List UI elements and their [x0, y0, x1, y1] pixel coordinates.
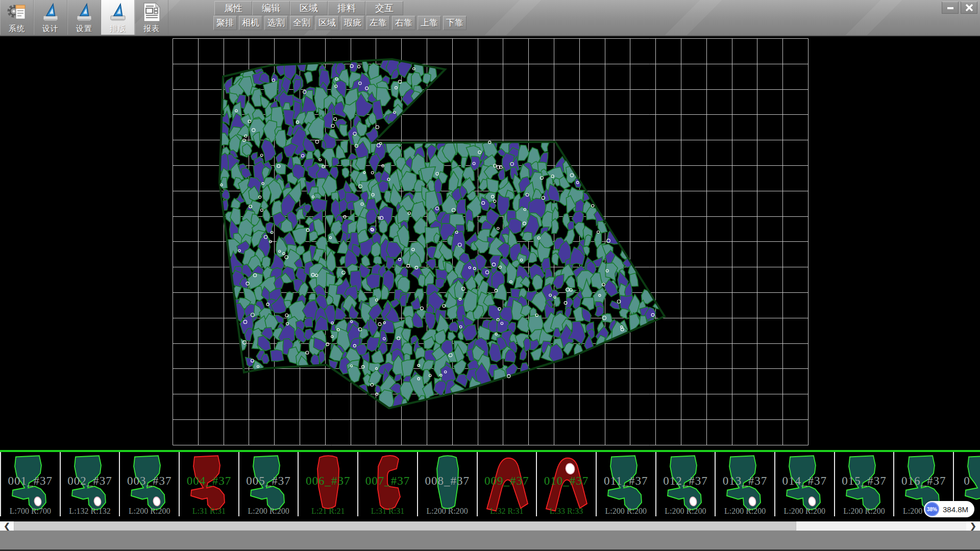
- main-button-layout[interactable]: 排版: [101, 0, 135, 35]
- piece-name: 012_#37: [656, 474, 715, 488]
- thumbnail-cell[interactable]: 015_#37 L:200 R:200: [835, 452, 895, 516]
- thumbnail-cell[interactable]: 009_#37 L:32 R:31: [478, 452, 537, 516]
- thumbnail-cell[interactable]: 004_#37 L:31 R:31: [180, 452, 239, 516]
- main-button-group: 系统 设计 设置 排版 报表: [0, 0, 168, 35]
- close-button[interactable]: [961, 2, 977, 14]
- piece-name: 008_#37: [418, 474, 477, 488]
- minimize-icon: [946, 4, 954, 11]
- menu-tab-4[interactable]: 排料: [328, 1, 365, 15]
- piece-count-label: L:31 R:31: [358, 507, 417, 516]
- scroll-left-button[interactable]: ❮: [0, 521, 14, 531]
- action-button-10[interactable]: 下靠: [443, 16, 467, 30]
- piece-name: 002_#37: [61, 474, 119, 488]
- thumbnail-cell[interactable]: 014_#37 L:200 R:200: [775, 452, 835, 516]
- menu-tab-3[interactable]: 区域: [290, 1, 328, 15]
- piece-name: 016_#37: [894, 474, 953, 488]
- thumbnail-cell[interactable]: 008_#37 L:200 R:200: [418, 452, 478, 516]
- menu-tab-1[interactable]: 属性: [214, 1, 252, 15]
- piece-name: 006_#37: [299, 474, 357, 488]
- piece-name: 015_#37: [835, 474, 894, 488]
- strip-bottom-gap: [0, 516, 980, 521]
- piece-count-label: L:200 R:200: [716, 507, 774, 516]
- menu-tab-bar: 属性编辑区域排料交互: [214, 1, 403, 15]
- piece-count-label: L:200 R:200: [775, 507, 834, 516]
- piece-count-label: L:31 R:31: [180, 507, 238, 516]
- piece-thumbnail-strip: 001_#37 L:700 R:700 002_#37 L:132 R:132 …: [0, 452, 980, 516]
- action-button-3[interactable]: 选割: [264, 16, 288, 30]
- action-button-9[interactable]: 上靠: [418, 16, 441, 30]
- piece-count-label: L:32 R:31: [478, 507, 536, 516]
- set-square-icon: [40, 2, 61, 23]
- piece-name: 007_#37: [358, 474, 417, 488]
- main-button-settings[interactable]: 设置: [67, 0, 101, 35]
- main-button-design[interactable]: 设计: [34, 0, 67, 35]
- main-button-label: 设计: [42, 24, 59, 34]
- status-bar: [0, 531, 980, 549]
- thumbnail-cell[interactable]: 013_#37 L:200 R:200: [716, 452, 775, 516]
- piece-name: 004_#37: [180, 474, 238, 488]
- main-button-label: 报表: [143, 24, 160, 34]
- progress-size-label: 384.8M: [943, 505, 968, 514]
- action-button-2[interactable]: 相机: [239, 16, 262, 30]
- piece-count-label: L:200 R:200: [835, 507, 894, 516]
- toolbar: 系统 设计 设置 排版 报表 属性编辑区域排料交互 聚排相机选割全割区域瑕疵左靠…: [0, 0, 980, 36]
- piece-name: 0: [954, 474, 980, 488]
- piece-name: 001_#37: [1, 474, 60, 488]
- main-button-system[interactable]: 系统: [0, 0, 34, 35]
- thumbnail-cell[interactable]: 010_#37 L:33 R:33: [537, 452, 597, 516]
- set-square-icon: [107, 2, 129, 23]
- window-controls: [942, 2, 977, 14]
- main-button-label: 设置: [76, 24, 92, 34]
- piece-name: 014_#37: [775, 474, 834, 488]
- gear-notepad-icon: [6, 2, 28, 23]
- menu-tab-5[interactable]: 交互: [365, 1, 403, 15]
- piece-name: 010_#37: [537, 474, 596, 488]
- progress-badge[interactable]: 38% 384.8M: [924, 501, 974, 517]
- action-button-bar: 聚排相机选割全割区域瑕疵左靠右靠上靠下靠: [213, 16, 467, 30]
- piece-count-label: L:200 R:200: [656, 507, 715, 516]
- app-window: 系统 设计 设置 排版 报表 属性编辑区域排料交互 聚排相机选割全割区域瑕疵左靠…: [0, 0, 980, 551]
- action-button-1[interactable]: 聚排: [213, 16, 237, 30]
- thumbnail-cell[interactable]: 005_#37 L:200 R:200: [239, 452, 299, 516]
- piece-name: 003_#37: [120, 474, 179, 488]
- set-square-icon: [74, 2, 95, 23]
- action-button-8[interactable]: 右靠: [392, 16, 415, 30]
- action-button-5[interactable]: 区域: [315, 16, 339, 30]
- piece-name: 005_#37: [239, 474, 298, 488]
- nesting-workspace[interactable]: [0, 36, 980, 450]
- minimize-button[interactable]: [942, 2, 959, 14]
- piece-count-label: L:200 R:200: [120, 507, 179, 516]
- report-icon: [141, 2, 162, 23]
- main-button-label: 排版: [110, 24, 126, 34]
- horizontal-scrollbar[interactable]: ❮ ❯: [0, 521, 980, 531]
- piece-count-label: L:200 R:200: [597, 507, 655, 516]
- piece-count-label: L:21 R:21: [299, 507, 357, 516]
- main-button-report[interactable]: 报表: [135, 0, 168, 35]
- piece-count-label: L:200 R:200: [418, 507, 477, 516]
- scrollbar-thumb[interactable]: [14, 521, 796, 531]
- close-icon: [965, 4, 973, 11]
- action-button-7[interactable]: 左靠: [366, 16, 390, 30]
- piece-count-label: L:700 R:700: [1, 507, 60, 516]
- thumbnail-cell[interactable]: 007_#37 L:31 R:31: [358, 452, 418, 516]
- thumbnail-cell[interactable]: 011_#37 L:200 R:200: [597, 452, 656, 516]
- thumbnail-cell[interactable]: 012_#37 L:200 R:200: [656, 452, 716, 516]
- scroll-right-button[interactable]: ❯: [966, 521, 980, 531]
- piece-count-label: L:200 R:200: [239, 507, 298, 516]
- nesting-canvas[interactable]: [0, 36, 980, 450]
- thumbnail-cell[interactable]: 002_#37 L:132 R:132: [61, 452, 120, 516]
- action-button-4[interactable]: 全割: [290, 16, 313, 30]
- progress-percent-circle: 38%: [925, 502, 939, 516]
- thumbnail-cell[interactable]: 001_#37 L:700 R:700: [1, 452, 61, 516]
- piece-name: 013_#37: [716, 474, 774, 488]
- piece-name: 011_#37: [597, 474, 655, 488]
- thumbnail-cell[interactable]: 003_#37 L:200 R:200: [120, 452, 180, 516]
- piece-count-label: L:132 R:132: [61, 507, 119, 516]
- thumbnail-cell[interactable]: 006_#37 L:21 R:21: [299, 452, 358, 516]
- action-button-6[interactable]: 瑕疵: [341, 16, 364, 30]
- piece-count-label: L:33 R:33: [537, 507, 596, 516]
- piece-name: 009_#37: [478, 474, 536, 488]
- menu-tab-2[interactable]: 编辑: [252, 1, 290, 15]
- main-button-label: 系统: [9, 24, 25, 34]
